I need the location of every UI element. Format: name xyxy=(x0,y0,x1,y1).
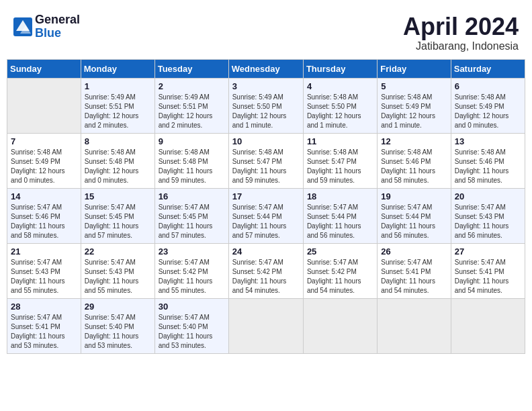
day-info: Sunrise: 5:48 AMSunset: 5:47 PMDaylight:… xyxy=(232,148,300,185)
calendar-day-cell: 25Sunrise: 5:47 AMSunset: 5:42 PMDayligh… xyxy=(303,243,377,298)
calendar-day-cell: 1Sunrise: 5:49 AMSunset: 5:51 PMDaylight… xyxy=(81,78,154,133)
day-info: Sunrise: 5:48 AMSunset: 5:49 PMDaylight:… xyxy=(381,93,447,130)
calendar-day-cell: 5Sunrise: 5:48 AMSunset: 5:49 PMDaylight… xyxy=(378,78,451,133)
calendar-day-cell: 29Sunrise: 5:47 AMSunset: 5:40 PMDayligh… xyxy=(81,298,154,353)
calendar-day-cell: 6Sunrise: 5:48 AMSunset: 5:49 PMDaylight… xyxy=(451,78,525,133)
day-number: 8 xyxy=(85,136,151,146)
calendar-day-cell: 21Sunrise: 5:47 AMSunset: 5:43 PMDayligh… xyxy=(7,243,81,298)
title-block: April 2024 Jatibarang, Indonesia xyxy=(403,13,519,52)
calendar-week-row: 14Sunrise: 5:47 AMSunset: 5:46 PMDayligh… xyxy=(7,188,525,243)
day-info: Sunrise: 5:48 AMSunset: 5:46 PMDaylight:… xyxy=(455,148,521,185)
day-number: 28 xyxy=(11,302,77,312)
weekday-tuesday: Tuesday xyxy=(154,59,228,78)
day-number: 17 xyxy=(232,191,300,201)
day-info: Sunrise: 5:47 AMSunset: 5:41 PMDaylight:… xyxy=(381,258,447,295)
day-info: Sunrise: 5:47 AMSunset: 5:45 PMDaylight:… xyxy=(85,203,151,240)
calendar-day-cell xyxy=(451,298,525,353)
calendar-day-cell: 18Sunrise: 5:47 AMSunset: 5:44 PMDayligh… xyxy=(303,188,377,243)
calendar-day-cell: 13Sunrise: 5:48 AMSunset: 5:46 PMDayligh… xyxy=(451,133,525,188)
calendar-day-cell: 14Sunrise: 5:47 AMSunset: 5:46 PMDayligh… xyxy=(7,188,81,243)
day-info: Sunrise: 5:47 AMSunset: 5:44 PMDaylight:… xyxy=(232,203,300,240)
day-info: Sunrise: 5:47 AMSunset: 5:43 PMDaylight:… xyxy=(85,258,151,295)
day-info: Sunrise: 5:47 AMSunset: 5:44 PMDaylight:… xyxy=(381,203,447,240)
calendar-day-cell: 12Sunrise: 5:48 AMSunset: 5:46 PMDayligh… xyxy=(378,133,451,188)
day-number: 25 xyxy=(307,246,373,257)
calendar-day-cell: 20Sunrise: 5:47 AMSunset: 5:43 PMDayligh… xyxy=(451,188,525,243)
calendar-day-cell: 23Sunrise: 5:47 AMSunset: 5:42 PMDayligh… xyxy=(154,243,228,298)
day-info: Sunrise: 5:47 AMSunset: 5:44 PMDaylight:… xyxy=(307,203,373,240)
day-number: 3 xyxy=(232,81,300,91)
calendar-day-cell: 8Sunrise: 5:48 AMSunset: 5:48 PMDaylight… xyxy=(81,133,154,188)
calendar-day-cell xyxy=(7,78,81,133)
day-info: Sunrise: 5:48 AMSunset: 5:49 PMDaylight:… xyxy=(455,93,521,130)
calendar-day-cell xyxy=(378,298,451,353)
day-info: Sunrise: 5:47 AMSunset: 5:42 PMDaylight:… xyxy=(232,258,300,295)
calendar-day-cell: 17Sunrise: 5:47 AMSunset: 5:44 PMDayligh… xyxy=(228,188,303,243)
day-info: Sunrise: 5:48 AMSunset: 5:48 PMDaylight:… xyxy=(159,148,225,185)
calendar-day-cell xyxy=(303,298,377,353)
day-info: Sunrise: 5:47 AMSunset: 5:45 PMDaylight:… xyxy=(159,203,225,240)
calendar-day-cell: 30Sunrise: 5:47 AMSunset: 5:40 PMDayligh… xyxy=(154,298,228,353)
day-info: Sunrise: 5:47 AMSunset: 5:42 PMDaylight:… xyxy=(159,258,225,295)
calendar-day-cell: 11Sunrise: 5:48 AMSunset: 5:47 PMDayligh… xyxy=(303,133,377,188)
day-number: 11 xyxy=(307,136,373,146)
calendar-week-row: 21Sunrise: 5:47 AMSunset: 5:43 PMDayligh… xyxy=(7,243,525,298)
calendar-week-row: 7Sunrise: 5:48 AMSunset: 5:49 PMDaylight… xyxy=(7,133,525,188)
day-number: 13 xyxy=(455,136,521,146)
calendar-table: SundayMondayTuesdayWednesdayThursdayFrid… xyxy=(7,59,525,354)
day-info: Sunrise: 5:47 AMSunset: 5:40 PMDaylight:… xyxy=(159,313,225,351)
calendar-day-cell: 16Sunrise: 5:47 AMSunset: 5:45 PMDayligh… xyxy=(154,188,228,243)
calendar-day-cell: 10Sunrise: 5:48 AMSunset: 5:47 PMDayligh… xyxy=(228,133,303,188)
day-number: 9 xyxy=(159,136,225,146)
day-number: 18 xyxy=(307,191,373,201)
calendar-day-cell: 28Sunrise: 5:47 AMSunset: 5:41 PMDayligh… xyxy=(7,298,81,353)
day-number: 2 xyxy=(159,81,225,91)
day-number: 29 xyxy=(85,302,151,312)
logo-icon xyxy=(13,17,32,36)
day-number: 15 xyxy=(85,191,151,201)
weekday-sunday: Sunday xyxy=(7,59,81,78)
day-number: 12 xyxy=(381,136,447,146)
day-info: Sunrise: 5:47 AMSunset: 5:42 PMDaylight:… xyxy=(307,258,373,295)
day-info: Sunrise: 5:48 AMSunset: 5:47 PMDaylight:… xyxy=(307,148,373,185)
weekday-thursday: Thursday xyxy=(303,59,377,78)
calendar-week-row: 28Sunrise: 5:47 AMSunset: 5:41 PMDayligh… xyxy=(7,298,525,353)
calendar-day-cell: 27Sunrise: 5:47 AMSunset: 5:41 PMDayligh… xyxy=(451,243,525,298)
day-info: Sunrise: 5:49 AMSunset: 5:51 PMDaylight:… xyxy=(159,93,225,130)
day-info: Sunrise: 5:48 AMSunset: 5:46 PMDaylight:… xyxy=(381,148,447,185)
weekday-header-row: SundayMondayTuesdayWednesdayThursdayFrid… xyxy=(7,59,525,78)
calendar-day-cell: 26Sunrise: 5:47 AMSunset: 5:41 PMDayligh… xyxy=(378,243,451,298)
day-info: Sunrise: 5:48 AMSunset: 5:48 PMDaylight:… xyxy=(85,148,151,185)
day-info: Sunrise: 5:47 AMSunset: 5:41 PMDaylight:… xyxy=(455,258,521,295)
day-number: 14 xyxy=(11,191,77,201)
calendar-week-row: 1Sunrise: 5:49 AMSunset: 5:51 PMDaylight… xyxy=(7,78,525,133)
day-number: 24 xyxy=(232,246,300,257)
calendar-day-cell: 4Sunrise: 5:48 AMSunset: 5:50 PMDaylight… xyxy=(303,78,377,133)
weekday-wednesday: Wednesday xyxy=(228,59,303,78)
calendar-day-cell: 19Sunrise: 5:47 AMSunset: 5:44 PMDayligh… xyxy=(378,188,451,243)
calendar-day-cell: 7Sunrise: 5:48 AMSunset: 5:49 PMDaylight… xyxy=(7,133,81,188)
weekday-friday: Friday xyxy=(378,59,451,78)
logo-text: General Blue xyxy=(35,13,80,40)
day-number: 21 xyxy=(11,246,77,257)
calendar-day-cell xyxy=(228,298,303,353)
day-number: 7 xyxy=(11,136,77,146)
day-number: 30 xyxy=(159,302,225,312)
day-number: 10 xyxy=(232,136,300,146)
day-number: 23 xyxy=(159,246,225,257)
calendar-day-cell: 9Sunrise: 5:48 AMSunset: 5:48 PMDaylight… xyxy=(154,133,228,188)
day-info: Sunrise: 5:47 AMSunset: 5:43 PMDaylight:… xyxy=(11,258,77,295)
logo-general: General xyxy=(35,13,80,27)
day-number: 22 xyxy=(85,246,151,257)
calendar-day-cell: 3Sunrise: 5:49 AMSunset: 5:50 PMDaylight… xyxy=(228,78,303,133)
day-info: Sunrise: 5:48 AMSunset: 5:50 PMDaylight:… xyxy=(307,93,373,130)
day-number: 16 xyxy=(159,191,225,201)
day-number: 26 xyxy=(381,246,447,257)
day-info: Sunrise: 5:47 AMSunset: 5:43 PMDaylight:… xyxy=(455,203,521,240)
day-number: 4 xyxy=(307,81,373,91)
day-number: 5 xyxy=(381,81,447,91)
logo-blue: Blue xyxy=(35,27,80,40)
calendar-day-cell: 15Sunrise: 5:47 AMSunset: 5:45 PMDayligh… xyxy=(81,188,154,243)
page-header: General Blue April 2024 Jatibarang, Indo… xyxy=(7,7,525,56)
calendar-day-cell: 24Sunrise: 5:47 AMSunset: 5:42 PMDayligh… xyxy=(228,243,303,298)
